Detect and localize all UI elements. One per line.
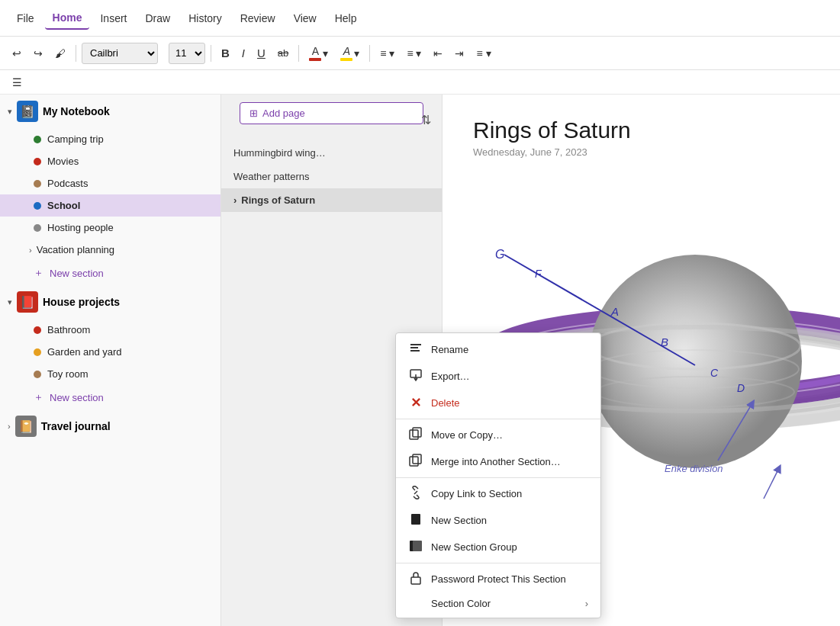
copy-link-icon: [408, 486, 423, 502]
section-label-podcasts: Podcasts: [47, 178, 88, 189]
hamburger-button[interactable]: ☰: [8, 73, 27, 91]
font-family-select[interactable]: Cailbri: [82, 43, 158, 64]
menu-home[interactable]: Home: [45, 7, 90, 30]
notebook-icon-travel: 📔: [15, 416, 37, 437]
note-title: Rings of Saturn: [443, 95, 840, 146]
sidebar-item-bathroom[interactable]: Bathroom: [0, 319, 220, 341]
sidebar-item-garden[interactable]: Garden and yard: [0, 341, 220, 363]
notebook-house-projects[interactable]: ▾ 📕 House projects: [0, 285, 220, 319]
rename-icon: [408, 342, 423, 358]
indent-button[interactable]: ⇥: [450, 44, 468, 63]
sidebar-item-hosting[interactable]: Hosting people: [0, 217, 220, 239]
svg-text:Enke division: Enke division: [665, 463, 723, 474]
toolbar: ↩ ↪ 🖌 Cailbri 11 B I U ab A ▾ A ▾ ≡ ▾ ≡ …: [0, 37, 840, 70]
align-button[interactable]: ≡ ▾: [471, 44, 495, 63]
outdent-button[interactable]: ⇤: [429, 44, 447, 63]
svg-rect-33: [413, 541, 422, 551]
sub-toolbar: ☰: [0, 70, 840, 95]
svg-text:B: B: [661, 335, 668, 348]
export-icon: [408, 368, 423, 384]
chevron-right-icon: ›: [29, 246, 32, 255]
page-item-weather[interactable]: Weather patterns: [221, 165, 442, 188]
new-section-icon: [408, 512, 423, 528]
paint-button[interactable]: 🖌: [50, 44, 70, 63]
chevron-down-icon-2: ▾: [8, 297, 12, 307]
svg-rect-31: [411, 514, 420, 525]
menu-help[interactable]: Help: [327, 8, 365, 29]
redo-button[interactable]: ↪: [29, 44, 47, 63]
font-size-select[interactable]: 11: [169, 43, 205, 64]
notebook-title-travel: Travel journal: [41, 420, 111, 432]
notebook-title-my-notebook: My Notebook: [43, 105, 110, 117]
svg-line-21: [764, 468, 779, 499]
context-menu: Rename Export… ✕ Delete Move or Copy…: [395, 332, 601, 618]
context-menu-section-color[interactable]: Section Color ›: [396, 592, 600, 615]
chevron-right-icon-2: ›: [8, 422, 11, 431]
notebook-travel-journal[interactable]: › 📔 Travel journal: [0, 409, 220, 443]
svg-rect-23: [410, 347, 418, 348]
page-item-hummingbird[interactable]: Hummingbird wing…: [221, 141, 442, 165]
sidebar-item-school[interactable]: School: [0, 194, 220, 217]
highlight-button[interactable]: A ▾: [336, 42, 364, 64]
sidebar: ▾ 📓 My Notebook Camping trip Movies Podc…: [0, 95, 221, 626]
context-menu-move-copy[interactable]: Move or Copy…: [396, 422, 600, 448]
context-separator-2: [396, 477, 600, 478]
add-page-button[interactable]: ⊞ Add page: [240, 102, 423, 124]
context-menu-rename-label: Rename: [431, 344, 468, 355]
bullets-button[interactable]: ≡ ▾: [375, 44, 399, 63]
section-dot-camping: [34, 136, 41, 143]
numbered-button[interactable]: ≡ ▾: [402, 44, 426, 63]
font-color-button[interactable]: A ▾: [304, 42, 333, 64]
sidebar-item-vacation[interactable]: › Vacation planning: [0, 239, 220, 261]
move-copy-icon: [408, 427, 423, 443]
new-section-group-icon: [408, 539, 423, 555]
menu-bar: File Home Insert Draw History Review Vie…: [0, 0, 840, 37]
context-menu-new-section-group[interactable]: New Section Group: [396, 534, 600, 560]
svg-rect-30: [413, 454, 421, 464]
context-menu-password[interactable]: Password Protect This Section: [396, 566, 600, 592]
page-item-rings[interactable]: ›Rings of Saturn: [221, 188, 442, 212]
menu-review[interactable]: Review: [233, 8, 283, 29]
new-section-my-notebook[interactable]: ＋ New section: [0, 261, 220, 285]
menu-insert[interactable]: Insert: [92, 8, 134, 29]
context-menu-new-section[interactable]: New Section: [396, 507, 600, 534]
section-label-camping: Camping trip: [47, 133, 104, 145]
context-menu-copy-link[interactable]: Copy Link to Section: [396, 480, 600, 507]
context-menu-password-label: Password Protect This Section: [431, 573, 566, 585]
add-page-label: Add page: [262, 108, 305, 119]
context-menu-delete[interactable]: ✕ Delete: [396, 390, 600, 416]
new-section-house[interactable]: ＋ New section: [0, 385, 220, 409]
section-label-school: School: [47, 200, 80, 211]
content-area: ⊞ Add page ⇅ Hummingbird wing… Weather p…: [221, 95, 840, 626]
notebook-icon-house: 📕: [17, 291, 38, 313]
italic-button[interactable]: I: [237, 43, 249, 63]
underline-button[interactable]: U: [253, 43, 270, 63]
svg-rect-24: [410, 350, 420, 352]
sidebar-item-podcasts[interactable]: Podcasts: [0, 172, 220, 194]
menu-draw[interactable]: Draw: [137, 8, 178, 29]
menu-history[interactable]: History: [181, 8, 230, 29]
section-label-hosting: Hosting people: [47, 222, 114, 233]
section-label-toyroom: Toy room: [47, 368, 88, 380]
chevron-down-icon: ▾: [8, 107, 12, 117]
separator-4: [369, 45, 370, 62]
context-menu-rename[interactable]: Rename: [396, 336, 600, 363]
bold-button[interactable]: B: [217, 43, 234, 63]
sidebar-item-camping[interactable]: Camping trip: [0, 128, 220, 150]
context-menu-export[interactable]: Export…: [396, 363, 600, 390]
svg-rect-28: [413, 428, 421, 437]
sidebar-item-toyroom[interactable]: Toy room: [0, 363, 220, 385]
undo-button[interactable]: ↩: [8, 44, 26, 63]
section-label-movies: Movies: [47, 156, 79, 167]
section-dot-movies: [34, 158, 41, 165]
notebook-my-notebook[interactable]: ▾ 📓 My Notebook: [0, 95, 220, 128]
menu-view[interactable]: View: [286, 8, 324, 29]
menu-file[interactable]: File: [9, 8, 42, 29]
highlight-indicator: [340, 58, 352, 61]
sort-pages-button[interactable]: ⇅: [421, 113, 431, 127]
strikethrough-button[interactable]: ab: [273, 44, 293, 62]
font-color-indicator: [309, 58, 321, 61]
context-menu-merge[interactable]: Merge into Another Section…: [396, 448, 600, 475]
sidebar-item-movies[interactable]: Movies: [0, 150, 220, 172]
section-dot-hosting: [34, 224, 41, 232]
